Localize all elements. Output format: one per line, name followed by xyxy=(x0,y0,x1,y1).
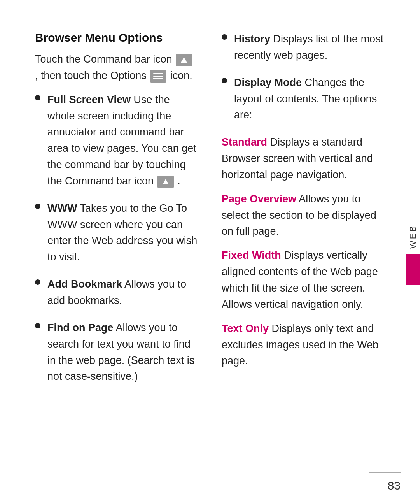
term-textonly: Text Only xyxy=(222,323,269,334)
left-bullet-list: Full Screen View Use the whole screen in… xyxy=(35,92,198,385)
two-column-layout: Browser Menu Options Touch the Command b… xyxy=(35,31,385,481)
bullet-dot-history xyxy=(222,34,227,40)
svg-marker-1 xyxy=(163,179,169,184)
sub-item-pageoverview: Page Overview Allows you to select the s… xyxy=(222,191,385,240)
command-bar-icon xyxy=(176,54,192,66)
side-tab-label: WEB xyxy=(408,219,418,254)
side-tab-bar xyxy=(406,254,420,285)
bullet-text-findonpage: Find on Page Allows you to search for te… xyxy=(47,320,198,385)
term-standard: Standard xyxy=(222,136,267,148)
options-icon xyxy=(150,70,166,83)
sub-item-standard: Standard Displays a standard Browser scr… xyxy=(222,134,385,183)
intro-text: Touch the Command bar icon , then touch … xyxy=(35,51,198,84)
left-column: Browser Menu Options Touch the Command b… xyxy=(35,31,198,481)
bullet-dot-findonpage xyxy=(35,323,40,328)
bullet-text-displaymode: Display Mode Changes the layout of conte… xyxy=(234,75,385,124)
term-findonpage: Find on Page xyxy=(47,322,114,334)
list-item-findonpage: Find on Page Allows you to search for te… xyxy=(35,320,198,385)
section-title: Browser Menu Options xyxy=(35,31,198,44)
bullet-dot-displaymode xyxy=(222,78,227,83)
intro-line1: Touch the Command bar icon xyxy=(35,53,172,65)
command-bar-icon-2 xyxy=(158,176,174,188)
desc-fullscreen: Use the whole screen including the annuc… xyxy=(47,94,196,187)
term-fixedwidth: Fixed Width xyxy=(222,249,281,261)
term-displaymode: Display Mode xyxy=(234,77,302,88)
bullet-text-fullscreen: Full Screen View Use the whole screen in… xyxy=(47,92,198,190)
sub-item-textonly: Text Only Displays only text and exclude… xyxy=(222,321,385,370)
page-content: Browser Menu Options Touch the Command b… xyxy=(0,0,420,504)
term-www: WWW xyxy=(47,202,77,214)
term-bookmark: Add Bookmark xyxy=(47,278,122,290)
right-bullet-list: History Displays list of the most recent… xyxy=(222,31,385,123)
bullet-dot xyxy=(35,95,40,100)
list-item-displaymode: Display Mode Changes the layout of conte… xyxy=(222,75,385,124)
intro-line3: icon xyxy=(170,70,190,81)
bullet-dot-bookmark xyxy=(35,279,40,285)
term-pageoverview: Page Overview xyxy=(222,193,296,205)
page-bottom: 83 xyxy=(0,479,420,504)
bullet-dot-www xyxy=(35,204,40,209)
page-number: 83 xyxy=(388,479,401,492)
bullet-text-bookmark: Add Bookmark Allows you to add bookmarks… xyxy=(47,276,198,309)
list-item-history: History Displays list of the most recent… xyxy=(222,31,385,64)
bullet-text-www: WWW Takes you to the Go To WWW screen wh… xyxy=(47,200,198,265)
svg-marker-0 xyxy=(181,57,187,63)
term-history: History xyxy=(234,33,270,45)
side-tab-web: WEB xyxy=(406,219,420,285)
right-column: History Displays list of the most recent… xyxy=(222,31,385,481)
list-item-bookmark: Add Bookmark Allows you to add bookmarks… xyxy=(35,276,198,309)
sub-item-fixedwidth: Fixed Width Displays vertically aligned … xyxy=(222,248,385,313)
sub-section-displaymode: Standard Displays a standard Browser scr… xyxy=(222,134,385,369)
list-item-fullscreen: Full Screen View Use the whole screen in… xyxy=(35,92,198,190)
desc-fullscreen-end: . xyxy=(177,175,180,187)
page-divider xyxy=(369,472,401,473)
intro-line2: , then touch the Options xyxy=(35,70,147,81)
list-item-www: WWW Takes you to the Go To WWW screen wh… xyxy=(35,200,198,265)
bullet-text-history: History Displays list of the most recent… xyxy=(234,31,385,64)
term-fullscreen: Full Screen View xyxy=(47,94,131,105)
